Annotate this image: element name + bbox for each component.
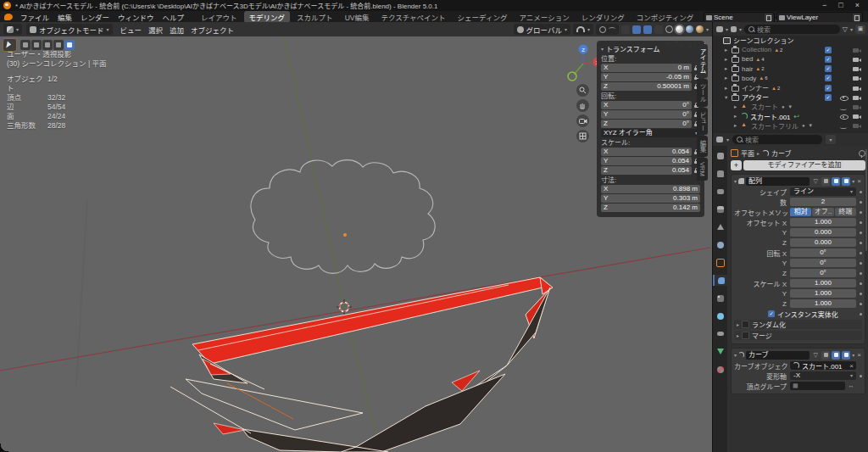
modifier-name-field[interactable]: カーブ <box>746 351 810 360</box>
render-camera-icon[interactable] <box>853 113 861 120</box>
outliner-row[interactable]: ▸ インナー ▲2 ✓ <box>713 83 868 92</box>
outliner-row[interactable]: ▸ Collection ▲2 ✓ <box>713 45 868 54</box>
menu-item[interactable]: ヘルプ <box>159 12 189 22</box>
xray-toggle[interactable] <box>654 25 663 34</box>
menu-item[interactable]: ファイル <box>16 12 53 22</box>
skirt-waistband[interactable] <box>192 277 550 364</box>
render-display-toggle[interactable] <box>842 177 850 186</box>
realtime-display-toggle[interactable] <box>832 351 840 360</box>
minimize-button[interactable]: − <box>822 0 826 11</box>
edit-mode-display-toggle[interactable] <box>821 177 830 186</box>
sidebar-tab[interactable]: ツール <box>697 79 708 107</box>
rotation-mode-dropdown[interactable]: XYZ オイラー角▾ <box>601 129 700 137</box>
properties-scrollbar[interactable] <box>865 149 867 251</box>
value-field[interactable]: 1.000 <box>790 289 856 298</box>
properties-tab[interactable] <box>713 346 727 357</box>
render-camera-icon[interactable] <box>853 65 861 72</box>
viewport-menu-item[interactable]: オブジェクト <box>187 25 237 35</box>
rotation-field[interactable]: Z0° <box>601 120 692 128</box>
workspace-tab[interactable]: モデリング <box>244 11 291 23</box>
pan-hand-button[interactable] <box>576 99 589 112</box>
properties-tab[interactable] <box>713 364 727 375</box>
outliner-search[interactable]: 検索 <box>744 25 840 34</box>
menu-item[interactable]: ウィンドウ <box>114 12 159 22</box>
scale-field[interactable]: Z0.054 <box>601 166 692 175</box>
select-mode-extend-button[interactable] <box>31 40 42 50</box>
workspace-tab[interactable]: アニメーション <box>515 11 575 23</box>
filter-icon[interactable]: ▽ <box>843 25 848 33</box>
camera-view-button[interactable] <box>576 114 589 127</box>
modifier-name-field[interactable]: 配列 <box>746 177 810 186</box>
properties-tab[interactable] <box>713 150 727 161</box>
vertex-group-filter-icon[interactable] <box>811 351 820 360</box>
collection-checkbox[interactable]: ✓ <box>825 47 832 53</box>
value-field[interactable]: 0° <box>790 259 856 267</box>
expand-arrow[interactable]: ▸ <box>734 122 741 129</box>
visibility-eye-icon[interactable] <box>840 113 848 120</box>
outliner-row[interactable]: ▾ アウター ▲ ✓ <box>713 92 868 102</box>
orthographic-toggle-button[interactable] <box>576 130 589 142</box>
properties-tab[interactable] <box>713 204 727 215</box>
sidebar-tab[interactable]: アイテム <box>697 44 708 78</box>
value-field[interactable]: 1.000 <box>790 299 856 308</box>
workspace-tab[interactable]: UV編集 <box>340 11 375 23</box>
rotation-field[interactable]: X0° <box>601 101 692 109</box>
offset-method-button[interactable]: オフ.. <box>812 208 833 216</box>
visibility-eye-icon[interactable] <box>840 122 848 129</box>
collapse-arrow[interactable]: ▾ <box>734 352 737 358</box>
collection-checkbox[interactable]: ✓ <box>825 85 832 92</box>
count-field[interactable]: 2 <box>790 198 856 206</box>
outliner-editor-icon[interactable] <box>716 26 723 32</box>
offset-method-button[interactable]: 相対 <box>790 208 811 216</box>
collection-checkbox[interactable]: ✓ <box>825 65 832 72</box>
new-scene-icon[interactable] <box>765 14 772 21</box>
render-camera-icon[interactable] <box>853 85 861 92</box>
show-object-types-toggle[interactable] <box>621 25 630 34</box>
properties-tab[interactable] <box>713 310 727 321</box>
expand-arrow[interactable]: ▸ <box>734 103 741 110</box>
snap-dropdown[interactable]: ▾ <box>573 24 593 35</box>
zoom-button[interactable] <box>576 84 589 97</box>
properties-tab[interactable] <box>713 168 727 179</box>
outliner-row[interactable]: ▸ hair ▲2 ✓ <box>713 64 868 74</box>
wireframe-shading-button[interactable] <box>665 25 673 33</box>
new-collection-button[interactable]: ▣ <box>855 25 865 34</box>
sidebar-tab[interactable]: 編集 <box>697 136 708 157</box>
location-field[interactable]: Y-0.05 m <box>601 73 692 81</box>
properties-tab[interactable] <box>713 293 727 304</box>
properties-tab[interactable] <box>713 328 727 339</box>
display-mode-icon[interactable] <box>731 26 737 32</box>
cloud-curve-object[interactable] <box>251 160 435 274</box>
pin-icon[interactable] <box>859 150 865 157</box>
properties-tab[interactable] <box>713 275 727 286</box>
value-field[interactable]: 1.000 <box>790 218 856 226</box>
render-camera-icon[interactable] <box>853 47 861 53</box>
axis-y-handle[interactable] <box>568 72 576 81</box>
modifier-close-icon[interactable]: × <box>856 351 862 359</box>
skirt-object[interactable] <box>170 277 553 452</box>
workspace-tab[interactable]: レイアウト <box>196 11 242 23</box>
outliner-row[interactable]: ▸ スカートフリル ▲ ✓ <box>713 121 868 131</box>
collection-checkbox[interactable]: ✓ <box>825 94 832 101</box>
curve-object-field[interactable]: スカート.001× <box>790 361 856 370</box>
visibility-eye-icon[interactable] <box>840 94 848 101</box>
properties-tab[interactable] <box>713 186 727 197</box>
properties-search[interactable]: 検索 <box>732 135 822 144</box>
expand-arrow[interactable]: ▸ <box>734 113 741 120</box>
select-mode-set-button[interactable] <box>20 40 31 50</box>
deform-axis-dropdown[interactable]: -X▾ <box>790 371 856 380</box>
workspace-tab[interactable]: スカルプト <box>292 11 338 23</box>
expand-arrow[interactable]: ▸ <box>725 47 732 53</box>
navigation-gizmo[interactable]: Z X <box>561 41 602 83</box>
maximize-button[interactable]: □ <box>838 0 843 11</box>
modifier-close-icon[interactable]: × <box>856 177 862 185</box>
material-shading-button[interactable] <box>686 25 693 33</box>
render-camera-icon[interactable] <box>853 75 861 81</box>
expand-arrow[interactable]: ▸ <box>725 85 732 92</box>
viewport-menu-item[interactable]: 選択 <box>145 25 166 35</box>
outliner-row[interactable]: ▸ bed ▲4 ✓ <box>713 54 868 64</box>
vertex-group-filter-icon[interactable] <box>811 177 820 186</box>
location-field[interactable]: Z0.50001 m <box>601 82 692 91</box>
render-camera-icon[interactable] <box>853 103 861 110</box>
subpanel-checkbox[interactable] <box>742 332 749 339</box>
